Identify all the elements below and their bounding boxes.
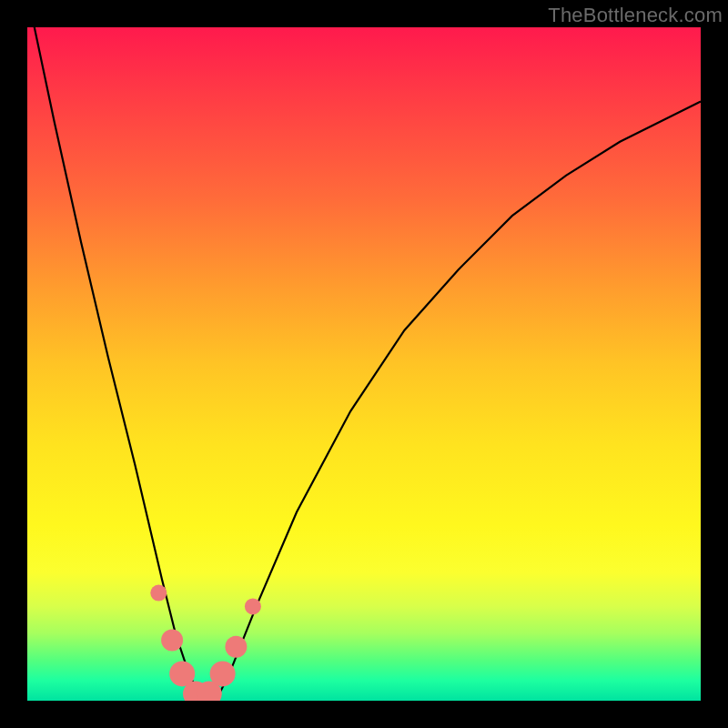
chart-overlay bbox=[27, 27, 701, 701]
curve-marker bbox=[210, 661, 236, 686]
chart-plot-area bbox=[27, 27, 701, 701]
curve-marker bbox=[225, 636, 247, 658]
curve-marker bbox=[245, 598, 261, 614]
watermark-text: TheBottleneck.com bbox=[548, 4, 723, 27]
curve-marker bbox=[161, 629, 183, 651]
curve-marker bbox=[150, 585, 167, 602]
bottleneck-curve bbox=[27, 27, 701, 701]
chart-frame: TheBottleneck.com bbox=[0, 0, 728, 728]
